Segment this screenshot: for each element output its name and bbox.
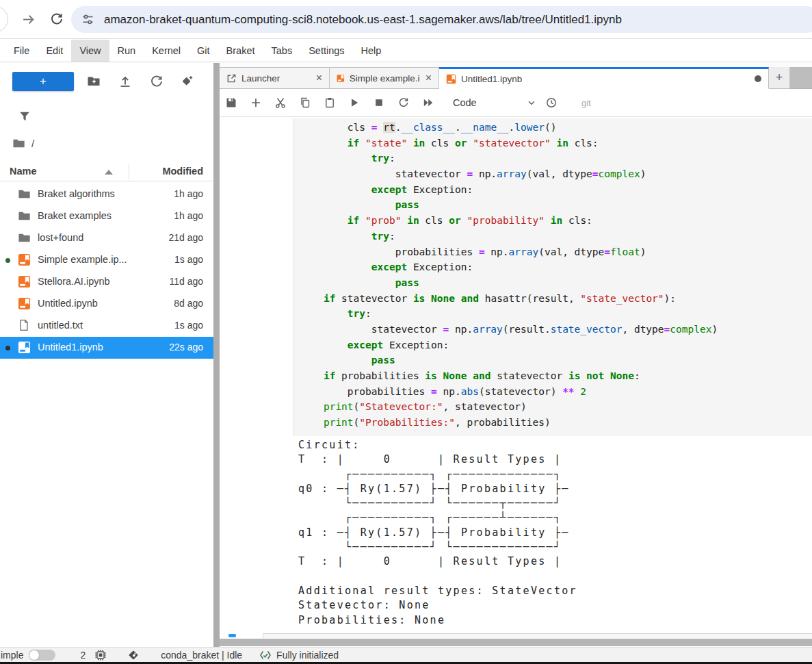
restart-kernel-icon[interactable] — [398, 97, 409, 108]
code-cell: cls = rt.__class__.__name__.lower() if "… — [220, 118, 812, 436]
run-icon[interactable] — [349, 97, 360, 108]
notebook-icon — [18, 253, 31, 266]
cell-type-select[interactable]: Code — [453, 97, 536, 108]
file-row-braket-algorithms[interactable]: Braket algorithms1h ago — [0, 183, 213, 205]
menu-item-view[interactable]: View — [71, 40, 109, 62]
refresh-icon[interactable] — [150, 75, 163, 88]
menu-item-kernel[interactable]: Kernel — [144, 40, 189, 62]
column-name[interactable]: Name — [10, 166, 37, 177]
file-row-simple-example-ip[interactable]: Simple example.ip...1s ago — [0, 249, 213, 271]
tab-simple-example[interactable]: Simple example.ipynb × — [330, 67, 439, 89]
file-name: Braket examples — [38, 210, 112, 221]
menu-item-settings[interactable]: Settings — [300, 40, 352, 62]
main-area: Launcher × Simple example.ipynb × Untitl… — [220, 63, 812, 647]
file-row-untitled-ipynb[interactable]: Untitled.ipynb8d ago — [0, 293, 213, 315]
horizontal-scrollbar[interactable] — [220, 639, 812, 646]
simple-mode-label: imple — [1, 650, 23, 661]
git-toolbar-label[interactable]: git — [581, 98, 591, 108]
save-icon[interactable] — [226, 97, 237, 108]
run-all-icon[interactable] — [423, 97, 434, 108]
code-line: probabilities = np.array(val, dtype=floa… — [300, 244, 812, 260]
file-name: untitled.txt — [38, 320, 83, 331]
cell-type-value: Code — [453, 97, 477, 108]
paste-icon[interactable] — [324, 97, 335, 108]
cell-prompt-gutter — [220, 118, 293, 436]
address-bar[interactable]: amazon-braket-quantum-computing-sci8.not… — [71, 6, 812, 33]
code-line: if statevector is None and hasattr(resul… — [300, 291, 812, 307]
debugger-bug-icon[interactable] — [94, 649, 107, 661]
file-name: Untitled1.ipynb — [38, 342, 103, 353]
stop-icon[interactable] — [374, 97, 384, 108]
menu-item-run[interactable]: Run — [109, 40, 144, 62]
sort-ascending-icon[interactable] — [105, 170, 113, 175]
menu-item-tabs[interactable]: Tabs — [263, 40, 301, 62]
simple-mode-toggle[interactable] — [29, 650, 55, 661]
column-modified[interactable]: Modified — [162, 166, 203, 177]
tab-bar: Launcher × Simple example.ipynb × Untitl… — [220, 63, 812, 89]
kernel-status-label[interactable]: conda_braket | Idle — [161, 650, 242, 661]
new-folder-icon[interactable] — [87, 75, 101, 88]
file-browser: + / Name Modified Braket algorithms1h ag… — [0, 63, 213, 647]
code-line: try: — [300, 229, 812, 244]
toggle-knob — [29, 650, 39, 660]
file-row-lost-found[interactable]: lost+found21d ago — [0, 227, 213, 249]
file-row-untitled-txt[interactable]: untitled.txt1s ago — [0, 315, 213, 337]
site-settings-icon[interactable] — [81, 13, 94, 26]
tab-label: Simple example.ipynb — [350, 73, 420, 84]
code-line: probabilities = np.abs(statevector) ** 2 — [300, 384, 812, 400]
menu-item-help[interactable]: Help — [353, 40, 390, 62]
back-button-partial[interactable] — [0, 6, 8, 32]
tab-launcher[interactable]: Launcher × — [220, 67, 330, 89]
copy-icon[interactable] — [300, 97, 311, 108]
breadcrumb[interactable]: / — [12, 137, 34, 150]
git-initialized-icon — [259, 649, 272, 661]
next-cell-edge — [263, 633, 812, 638]
code-line: if "prob" in cls or "probability" in cls… — [300, 213, 812, 229]
add-cell-icon[interactable] — [250, 97, 261, 108]
code-editor[interactable]: cls = rt.__class__.__name__.lower() if "… — [293, 118, 812, 436]
menu-item-edit[interactable]: Edit — [38, 40, 71, 62]
status-bar: imple 2 conda_braket | Idle Fully initia… — [0, 647, 812, 662]
file-row-stellora-ai-ipynb[interactable]: Stellora.AI.ipynb11d ago — [0, 271, 213, 293]
code-line: pass — [300, 275, 812, 291]
kernel-count: 2 — [80, 650, 86, 661]
panel-divider[interactable] — [213, 63, 220, 647]
forward-icon[interactable] — [21, 12, 36, 27]
upload-icon[interactable] — [118, 75, 132, 88]
folder-icon — [18, 209, 31, 222]
menu-item-file[interactable]: File — [5, 40, 38, 62]
clone-repo-icon[interactable] — [180, 75, 194, 88]
tab-untitled1-active[interactable]: Untitled1.ipynb — [439, 67, 769, 89]
new-launcher-button[interactable]: + — [12, 72, 74, 91]
file-modified-time: 1h ago — [174, 210, 203, 221]
menu-item-git[interactable]: Git — [189, 40, 218, 62]
breadcrumb-root[interactable]: / — [31, 138, 34, 149]
screen: amazon-braket-quantum-computing-sci8.not… — [0, 0, 812, 664]
close-tab-icon[interactable]: × — [311, 72, 322, 84]
browser-chrome: amazon-braket-quantum-computing-sci8.not… — [0, 0, 812, 39]
filter-funnel-icon[interactable] — [19, 111, 30, 122]
code-line: except Exception: — [300, 182, 812, 198]
braket-kernel-icon[interactable] — [127, 649, 140, 661]
unsaved-dot-icon — [755, 75, 761, 82]
new-tab-button[interactable]: + — [769, 67, 790, 89]
file-row-untitled1-ipynb[interactable]: Untitled1.ipynb22s ago — [0, 337, 213, 359]
menu-item-braket[interactable]: Braket — [218, 40, 263, 62]
file-row-braket-examples[interactable]: Braket examples1h ago — [0, 205, 213, 227]
reload-icon[interactable] — [50, 12, 64, 26]
folder-icon — [12, 137, 25, 150]
notebook-content: cls = rt.__class__.__name__.lower() if "… — [220, 117, 812, 647]
cut-icon[interactable] — [275, 97, 286, 108]
file-list: Braket algorithms1h agoBraket examples1h… — [0, 183, 213, 359]
file-icon — [18, 319, 31, 332]
file-modified-time: 1s ago — [174, 254, 203, 265]
active-cell-indicator[interactable] — [228, 634, 236, 637]
code-line: if "state" in cls or "statevector" in cl… — [300, 136, 812, 151]
file-name: Stellora.AI.ipynb — [38, 276, 110, 287]
close-tab-icon[interactable]: × — [420, 72, 432, 84]
file-modified-time: 1s ago — [174, 320, 203, 331]
code-line: cls = rt.__class__.__name__.lower() — [300, 120, 812, 136]
kernel-status-clock-icon[interactable] — [546, 97, 557, 108]
url-text: amazon-braket-quantum-computing-sci8.not… — [104, 6, 622, 33]
notebook-icon — [18, 341, 31, 354]
